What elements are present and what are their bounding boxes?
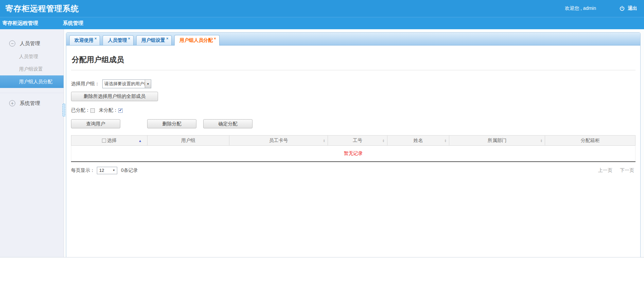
sort-icon[interactable]: ▲▼ — [382, 139, 385, 142]
sort-asc-icon[interactable]: ▲ — [138, 139, 142, 142]
app-header: 寄存柜远程管理系统 欢迎您 , admin 退出 — [0, 0, 644, 17]
column-header-name[interactable]: 姓名 ▲▼ — [387, 136, 449, 146]
power-icon — [619, 6, 625, 12]
sidebar-group-personnel[interactable]: − 人员管理 — [0, 37, 64, 50]
sidebar-item-usergroup-assignment[interactable]: 用户组人员分配 — [0, 75, 64, 88]
action-row: 查询用户 删除分配 确定分配 — [71, 119, 636, 128]
tab-personnel[interactable]: 人员管理 × — [103, 35, 133, 45]
main-region: − 人员管理 人员管理 用户组设置 用户组人员分配 + 系统管理 欢迎使用 × … — [0, 29, 644, 257]
confirm-assignment-button[interactable]: 确定分配 — [203, 119, 253, 128]
tab-label: 欢迎使用 — [74, 37, 93, 43]
group-select-label: 选择用户组： — [71, 81, 100, 87]
minus-circle-icon: − — [9, 40, 15, 47]
column-label: 所属部门 — [488, 138, 507, 143]
tab-close-icon[interactable]: × — [166, 36, 168, 40]
select-all-checkbox[interactable] — [102, 139, 106, 143]
members-table: 选择 ▲ 用户组 员工卡号 ▲▼ 工号 — [71, 135, 636, 162]
group-select-value: 请选择要设置的用户组 — [103, 81, 145, 87]
nav-bar: 寄存柜远程管理 系统管理 — [0, 17, 644, 29]
column-label: 选择 — [107, 138, 117, 143]
tab-close-icon[interactable]: × — [94, 36, 97, 40]
tab-welcome[interactable]: 欢迎使用 × — [69, 35, 100, 45]
sidebar-group-label: 系统管理 — [20, 100, 40, 107]
page-title: 分配用户组成员 — [72, 55, 636, 65]
sidebar-item-personnel[interactable]: 人员管理 — [0, 50, 64, 63]
tab-close-icon[interactable]: × — [214, 36, 216, 40]
welcome-text: 欢迎您 , admin — [565, 5, 596, 12]
next-page-button[interactable]: 下一页 — [620, 167, 634, 174]
tab-usergroup-settings[interactable]: 用户组设置 × — [136, 35, 172, 45]
delete-assignment-button[interactable]: 删除分配 — [147, 119, 196, 128]
per-page-value: 12 — [99, 168, 112, 173]
sort-icon[interactable]: ▲▼ — [444, 139, 447, 142]
sidebar-separator — [0, 93, 64, 93]
tab-label: 人员管理 — [108, 37, 127, 43]
header-right: 欢迎您 , admin 退出 — [565, 5, 637, 12]
tab-strip: 欢迎使用 × 人员管理 × 用户组设置 × 用户组人员分配 × — [66, 33, 640, 46]
query-users-button[interactable]: 查询用户 — [71, 119, 120, 128]
column-header-locker[interactable]: 分配箱柜 — [545, 136, 636, 146]
dropdown-arrow-icon[interactable]: ▼ — [145, 80, 151, 88]
app-title: 寄存柜远程管理系统 — [5, 3, 79, 14]
empty-row: 暂无记录 — [71, 146, 636, 162]
sort-icon[interactable]: ▲▼ — [323, 139, 325, 142]
dropdown-arrow-icon: ▼ — [112, 169, 117, 172]
column-label: 用户组 — [181, 138, 195, 143]
column-label: 工号 — [353, 138, 362, 143]
assigned-label: 已分配： — [71, 107, 90, 113]
logout-button[interactable]: 退出 — [619, 5, 637, 12]
title-divider — [71, 70, 636, 70]
table-header-row: 选择 ▲ 用户组 员工卡号 ▲▼ 工号 — [71, 136, 636, 146]
delete-all-members-button[interactable]: 删除所选择用户组的全部成员 — [71, 92, 158, 101]
filter-row: 已分配： 未分配： ✔ — [71, 107, 636, 113]
empty-row-text: 暂无记录 — [71, 146, 636, 162]
prev-page-button[interactable]: 上一页 — [598, 167, 612, 174]
tab-label: 用户组设置 — [141, 37, 165, 43]
per-page-select[interactable]: 12 ▼ — [97, 167, 117, 174]
unassigned-checkbox[interactable]: ✔ — [118, 108, 123, 113]
column-header-select[interactable]: 选择 ▲ — [71, 136, 147, 146]
column-label: 姓名 — [413, 138, 423, 143]
group-select[interactable]: 请选择要设置的用户组 ▼ — [102, 79, 151, 88]
sidebar: − 人员管理 人员管理 用户组设置 用户组人员分配 + 系统管理 — [0, 29, 64, 257]
records-count: 0条记录 — [121, 167, 138, 174]
unassigned-label: 未分配： — [99, 107, 118, 113]
sidebar-group-label: 人员管理 — [20, 40, 40, 47]
tab-usergroup-assignment[interactable]: 用户组人员分配 × — [174, 35, 219, 46]
content-area: 欢迎使用 × 人员管理 × 用户组设置 × 用户组人员分配 × 分配用户组 — [64, 29, 644, 257]
column-header-card-number[interactable]: 员工卡号 ▲▼ — [229, 136, 328, 146]
column-header-department[interactable]: 所属部门 ▲▼ — [449, 136, 545, 146]
assigned-checkbox[interactable] — [90, 108, 95, 113]
column-label: 分配箱柜 — [581, 138, 600, 143]
check-icon: ✔ — [119, 108, 122, 112]
column-label: 员工卡号 — [269, 138, 288, 143]
pager-nav: 上一页 下一页 — [598, 167, 636, 174]
sort-icon[interactable]: ▲▼ — [540, 139, 542, 142]
tab-close-icon[interactable]: × — [128, 36, 130, 40]
tab-label: 用户组人员分配 — [179, 37, 213, 43]
group-select-row: 选择用户组： 请选择要设置的用户组 ▼ — [71, 79, 636, 88]
panel-body: 分配用户组成员 选择用户组： 请选择要设置的用户组 ▼ 删除所选择用户组的全部成… — [66, 55, 640, 174]
sidebar-splitter-handle[interactable] — [63, 104, 65, 116]
pagination-bar: 每页显示： 12 ▼ 0条记录 上一页 下一页 — [71, 167, 636, 174]
column-header-employee-id[interactable]: 工号 ▲▼ — [328, 136, 387, 146]
sidebar-item-usergroup-settings[interactable]: 用户组设置 — [0, 63, 64, 75]
nav-item-system-management[interactable]: 系统管理 — [63, 20, 83, 26]
per-page-label: 每页显示： — [71, 167, 95, 174]
sidebar-group-system[interactable]: + 系统管理 — [0, 96, 64, 110]
plus-circle-icon: + — [9, 100, 15, 106]
nav-item-locker-management[interactable]: 寄存柜远程管理 — [0, 20, 63, 26]
logout-label: 退出 — [628, 5, 637, 12]
column-header-usergroup[interactable]: 用户组 — [147, 136, 229, 146]
content-panel: 欢迎使用 × 人员管理 × 用户组设置 × 用户组人员分配 × 分配用户组 — [66, 32, 641, 257]
